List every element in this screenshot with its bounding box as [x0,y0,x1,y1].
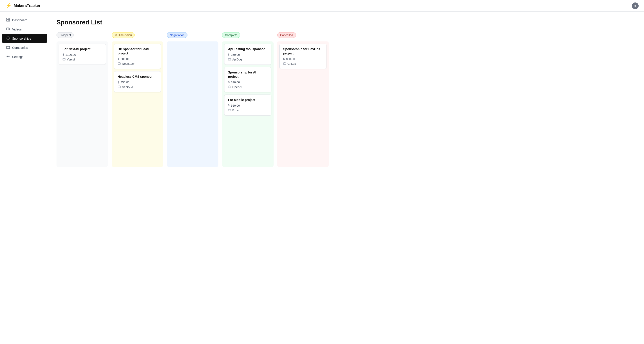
card-amount: $ 250.00 [228,53,268,56]
card-title: Headless CMS sponsor [118,75,157,79]
card-title: For NextJS project [62,47,102,51]
svg-rect-1 [8,18,10,19]
card-nextjs[interactable]: For NextJS project $ 1100.00 [59,44,106,65]
sidebar-label-dashboard: Dashboard [12,18,28,22]
sidebar: Dashboard Videos Sponsorships [0,12,49,344]
column-body-discussion: DB sponsor for SaaS project $ 300.00 [112,41,163,167]
card-company: OpenAI [228,85,268,89]
dashboard-icon [6,18,10,22]
svg-rect-2 [6,20,8,21]
card-company: Expo [228,109,268,112]
card-title: DB sponsor for SaaS project [118,47,157,55]
company-icon [283,62,286,66]
card-amount: $ 450.00 [118,81,157,84]
column-discussion: In Discussion DB sponsor for SaaS projec… [112,32,163,167]
dollar-icon: $ [228,53,230,56]
column-prospect: Prospect For NextJS project $ 1100.00 [56,32,108,167]
card-amount: $ 320.00 [228,81,268,84]
card-api-testing[interactable]: Api Testing tool sponsor $ 250.00 [224,44,271,65]
svg-rect-9 [63,58,65,60]
sidebar-item-companies[interactable]: Companies [2,43,47,52]
column-body-negotiation [167,41,218,167]
settings-icon [6,55,10,59]
sidebar-label-sponsorships: Sponsorships [12,37,31,40]
card-db-sponsor[interactable]: DB sponsor for SaaS project $ 300.00 [114,44,161,69]
svg-rect-6 [6,46,10,49]
user-avatar[interactable]: d [632,2,638,9]
sidebar-item-sponsorships[interactable]: Sponsorships [2,34,47,43]
kanban-board: Prospect For NextJS project $ 1100.00 [56,32,637,167]
layout: Dashboard Videos Sponsorships [0,12,644,344]
column-header-discussion: In Discussion [112,32,135,38]
sidebar-item-settings[interactable]: Settings [2,52,47,61]
logo: ⚡ MakersTracker [6,3,40,9]
svg-rect-14 [228,109,231,111]
app-name: MakersTracker [14,3,40,8]
companies-icon [6,45,10,50]
column-cancelled: Cancelled Sponsorship for DevOps project… [277,32,329,167]
topbar: ⚡ MakersTracker d [0,0,644,12]
sidebar-label-videos: Videos [12,27,22,31]
svg-rect-11 [118,86,120,88]
main-content: Sponsored List Prospect For NextJS proje… [49,12,644,344]
column-complete: Complete Api Testing tool sponsor $ 250.… [222,32,274,167]
svg-rect-12 [228,58,231,60]
sidebar-label-companies: Companies [12,46,28,49]
company-icon [228,85,231,89]
dollar-icon: $ [62,53,64,56]
dollar-icon: $ [228,104,230,107]
card-devops-sponsorship[interactable]: Sponsorship for DevOps project $ 800.00 [280,44,326,69]
company-icon [118,62,121,66]
card-headless-cms[interactable]: Headless CMS sponsor $ 450.00 [114,71,161,92]
svg-rect-13 [228,86,231,88]
svg-rect-0 [6,18,8,19]
svg-rect-10 [118,63,120,64]
company-icon [228,58,231,61]
column-body-complete: Api Testing tool sponsor $ 250.00 [222,41,274,167]
card-title: Sponsorship for DevOps project [283,47,323,55]
company-icon [118,85,121,89]
sponsorships-icon [6,36,10,40]
svg-point-8 [8,56,9,57]
card-ai-sponsorship[interactable]: Sponsorship for AI project $ 320.00 [224,67,271,92]
card-company: Sanity.io [118,85,157,89]
column-header-complete: Complete [222,32,240,38]
sidebar-item-videos[interactable]: Videos [2,25,47,34]
card-amount: $ 550.00 [228,104,268,107]
dollar-icon: $ [118,57,119,60]
column-body-prospect: For NextJS project $ 1100.00 [56,41,108,167]
company-icon [228,109,231,112]
column-body-cancelled: Sponsorship for DevOps project $ 800.00 [277,41,329,167]
dollar-icon: $ [283,57,285,60]
card-amount: $ 800.00 [283,57,323,61]
column-negotiation: Negotiation [167,32,218,167]
card-company: GitLab [283,62,323,66]
card-company: ApiDog [228,58,268,61]
svg-rect-3 [8,20,10,21]
dollar-icon: $ [118,81,119,84]
card-title: Api Testing tool sponsor [228,47,268,51]
company-icon [62,58,66,61]
page-title: Sponsored List [56,19,637,26]
card-mobile-project[interactable]: For Mobile project $ 550.00 [224,95,271,116]
column-header-prospect: Prospect [56,32,74,38]
card-amount: $ 1100.00 [62,53,102,56]
card-title: Sponsorship for AI project [228,70,268,79]
svg-rect-15 [284,63,286,64]
videos-icon [6,27,10,31]
sidebar-item-dashboard[interactable]: Dashboard [2,16,47,24]
card-company: Vercel [62,58,102,61]
card-title: For Mobile project [228,98,268,102]
logo-icon: ⚡ [6,3,12,9]
card-amount: $ 300.00 [118,57,157,61]
column-header-cancelled: Cancelled [277,32,296,38]
dollar-icon: $ [228,81,230,84]
svg-rect-4 [6,28,9,30]
sidebar-label-settings: Settings [12,55,24,59]
column-header-negotiation: Negotiation [167,32,188,38]
card-company: Neon.tech [118,62,157,66]
